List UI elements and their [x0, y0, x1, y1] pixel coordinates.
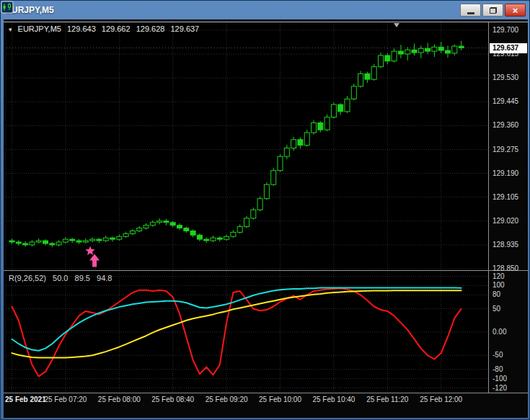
price-axis-label: 129.700 — [493, 26, 518, 35]
candle — [237, 227, 242, 233]
titlebar[interactable]: EURJPY,M5 × — [1, 1, 529, 19]
candle — [398, 51, 403, 54]
minimize-button[interactable] — [460, 4, 481, 17]
candle — [351, 86, 356, 99]
indicator-axis-label: -100 — [493, 375, 507, 383]
candle — [211, 238, 216, 241]
header-symbol: EURJPY,M5 — [18, 24, 61, 33]
indicator-value-1: 50.0 — [53, 274, 68, 282]
time-axis-label: 25 Feb 08:40 — [151, 396, 194, 404]
candle — [137, 228, 142, 231]
indicator-axis-label: -120 — [493, 384, 507, 393]
indicator-value-3: 94.8 — [97, 274, 112, 282]
candle — [130, 231, 135, 234]
price-axis-label: 129.360 — [493, 121, 518, 130]
candle — [157, 221, 162, 223]
candle — [70, 239, 75, 241]
time-axis-label: 25 Feb 08:00 — [98, 396, 141, 404]
time-axis-label: 25 Feb 2021 — [5, 396, 46, 404]
candle — [418, 48, 423, 53]
indicator-name: R(9,26,52) — [9, 274, 46, 282]
candle — [264, 184, 269, 199]
time-axis-label: 25 Feb 10:00 — [259, 396, 301, 404]
current-price-tag: 129.637 — [490, 43, 527, 53]
candle — [244, 218, 249, 227]
price-axis-label: 129.105 — [493, 193, 518, 202]
candle — [251, 210, 256, 218]
candle — [110, 238, 115, 239]
candle — [197, 235, 202, 239]
chart-app-icon[interactable] — [1, 1, 13, 13]
candle — [432, 47, 437, 51]
close-button[interactable]: × — [505, 4, 526, 17]
candle — [117, 236, 122, 239]
indicator-axis-label: -80 — [493, 365, 503, 374]
indicator-header: R(9,26,52) 50.0 89.5 94.8 — [9, 274, 116, 282]
candle — [123, 233, 128, 236]
candle — [164, 221, 169, 223]
candle — [36, 241, 41, 242]
candle — [379, 55, 384, 67]
candle — [452, 46, 457, 53]
chart-ohlc-header: ▾ EURJPY,M5 129.643 129.662 129.628 129.… — [9, 24, 203, 33]
indicator-axis-label: 80 — [493, 290, 500, 299]
header-high: 129.662 — [102, 24, 131, 33]
candle — [318, 123, 323, 130]
buy-signal-arrow — [89, 254, 100, 267]
candle — [425, 48, 430, 51]
chart-shift-marker — [394, 23, 399, 27]
time-axis-label: 25 Feb 11:20 — [366, 396, 408, 404]
chart-client-area: ▾ EURJPY,M5 129.643 129.662 129.628 129.… — [4, 19, 528, 418]
candle — [184, 228, 189, 231]
candle — [324, 117, 330, 130]
candle — [16, 242, 21, 243]
candle — [405, 50, 410, 54]
pane-separator[interactable] — [4, 270, 528, 271]
price-chart-pane[interactable] — [6, 22, 488, 270]
one-click-trading-arrow[interactable]: ▾ — [9, 26, 12, 33]
candle — [257, 199, 262, 210]
price-axis-label: 129.445 — [493, 97, 518, 106]
candle — [143, 225, 149, 228]
candle — [97, 239, 102, 241]
time-axis[interactable]: 25 Feb 202125 Feb 07:2025 Feb 08:0025 Fe… — [4, 393, 528, 408]
candle — [231, 232, 236, 236]
price-axis-label: 129.020 — [493, 217, 518, 225]
candle — [150, 223, 155, 225]
candle — [291, 140, 296, 148]
restore-button[interactable] — [482, 4, 503, 17]
candle — [412, 50, 417, 53]
price-axis-label: 129.190 — [493, 169, 518, 178]
candle — [23, 243, 28, 245]
candle — [90, 239, 95, 241]
candle — [358, 73, 363, 86]
candle — [190, 231, 195, 236]
price-axis-label: 129.530 — [493, 73, 518, 82]
candle — [43, 241, 48, 243]
candle — [50, 243, 55, 245]
indicator-axis-label: 0.00 — [493, 328, 506, 336]
candle — [365, 73, 370, 79]
candle — [63, 239, 68, 242]
candle — [331, 104, 336, 117]
price-axis-label: 128.935 — [493, 241, 518, 249]
time-axis-label: 25 Feb 09:20 — [206, 396, 248, 404]
indicator-pane[interactable] — [6, 272, 488, 393]
candle — [312, 123, 317, 133]
indicator-value-2: 89.5 — [75, 274, 90, 282]
candle — [271, 171, 276, 185]
candle — [345, 99, 350, 112]
indicator-axis-label: 100 — [493, 281, 505, 290]
mt4-chart-window: EURJPY,M5 × ▾ EURJPY,M5 129.643 129.662 … — [0, 0, 530, 420]
candle — [204, 239, 209, 241]
candle — [298, 140, 303, 146]
candle — [170, 223, 175, 225]
candle — [278, 156, 283, 171]
price-scale[interactable]: 129.700129.615129.530129.445129.360129.2… — [489, 19, 528, 393]
candle — [459, 46, 464, 48]
candle — [30, 242, 35, 245]
restore-icon — [490, 7, 497, 14]
indicator-axis-label: 50 — [493, 305, 500, 313]
indicator-axis-label: -50 — [493, 351, 503, 359]
candle — [371, 67, 376, 80]
